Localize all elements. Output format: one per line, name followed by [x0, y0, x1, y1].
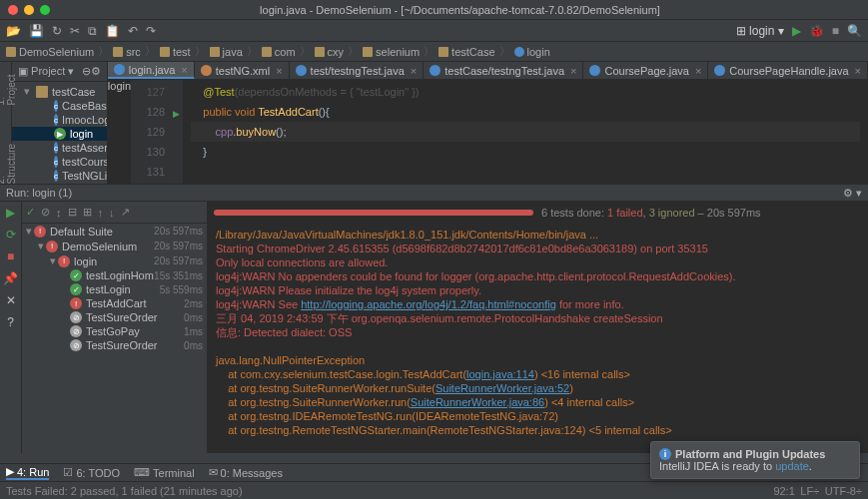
- editor-tabs: login.java×testNG.xml×test/testngTest.ja…: [108, 62, 868, 80]
- code-area[interactable]: login 127 128 129 130 131 ▶ @Test(depend…: [108, 80, 868, 184]
- test-tree-row[interactable]: ⊘TestSureOrder0ms: [22, 338, 207, 352]
- test-tree-row[interactable]: ✓testLogin5s 559ms: [22, 282, 207, 296]
- editor-tab[interactable]: CoursePage.java×: [583, 62, 708, 79]
- test-tree-row[interactable]: ▾!Default Suite20s 597ms: [22, 224, 207, 239]
- project-tab[interactable]: 1: Project: [0, 66, 17, 106]
- editor-tab[interactable]: test/testngTest.java×: [290, 62, 425, 79]
- bc-item[interactable]: login: [514, 46, 550, 58]
- close-window-button[interactable]: [8, 5, 18, 15]
- project-tree: ▾testCase cCaseBase cImoocLogin ▶login c…: [12, 82, 107, 184]
- show-passed-icon[interactable]: ✓: [26, 206, 35, 219]
- progress-bar: [214, 210, 533, 216]
- terminal-tool-button[interactable]: ⌨ Terminal: [134, 466, 195, 479]
- tree-class[interactable]: cCaseBase: [12, 99, 107, 113]
- tree-class[interactable]: ctestAssert: [12, 141, 107, 155]
- close-tab-icon[interactable]: ×: [181, 64, 187, 76]
- tree-class[interactable]: cTestNGListenerScr: [12, 169, 107, 183]
- main-toolbar: 📂 💾 ↻ ✂ ⧉ 📋 ↶ ↷ ⊞ login ▾ ▶ 🐞 ■ 🔍: [0, 20, 868, 42]
- prev-icon[interactable]: ↑: [98, 207, 104, 219]
- paste-icon[interactable]: 📋: [105, 24, 120, 38]
- tree-class[interactable]: ▶testngTest: [12, 183, 107, 184]
- run-icon[interactable]: ▶: [792, 24, 801, 38]
- notification-body: IntelliJ IDEA is ready to update.: [659, 460, 851, 472]
- bc-item[interactable]: test: [160, 46, 191, 58]
- test-tree-row[interactable]: ⊘TestGoPay1ms: [22, 324, 207, 338]
- test-tree-row[interactable]: ✓testLoginHom15s 351ms: [22, 268, 207, 282]
- redo-icon[interactable]: ↷: [146, 24, 156, 38]
- open-icon[interactable]: 📂: [6, 24, 21, 38]
- structure-tab[interactable]: 2: Structure: [0, 136, 17, 184]
- editor: login.java×testNG.xml×test/testngTest.ja…: [108, 62, 868, 184]
- close-tab-icon[interactable]: ×: [855, 65, 861, 77]
- run-side-toolbar: ▶ ⟳ ■ 📌 ✕ ?: [0, 202, 22, 453]
- console-output[interactable]: /Library/Java/JavaVirtualMachines/jdk1.8…: [208, 224, 868, 453]
- todo-tool-button[interactable]: ☑ 6: TODO: [63, 466, 120, 479]
- help-icon[interactable]: ?: [7, 315, 14, 329]
- refresh-icon[interactable]: ↻: [52, 24, 62, 38]
- stop-icon[interactable]: ■: [7, 250, 14, 263]
- gear-icon[interactable]: ⚙ ▾: [843, 187, 862, 200]
- breadcrumb: DemoSelenium〉 src〉 test〉 java〉 com〉 cxy〉…: [0, 42, 868, 62]
- close-tab-icon[interactable]: ×: [276, 65, 282, 77]
- next-icon[interactable]: ↓: [109, 207, 115, 219]
- export-icon[interactable]: ↗: [121, 206, 130, 219]
- minimize-window-button[interactable]: [24, 5, 34, 15]
- pin-icon[interactable]: 📌: [3, 271, 18, 285]
- messages-tool-button[interactable]: ✉ 0: Messages: [209, 466, 283, 479]
- test-tree-row[interactable]: !TestAddCart2ms: [22, 296, 207, 310]
- encoding[interactable]: UTF-8÷: [825, 485, 862, 497]
- run-gutter-icon[interactable]: ▶: [173, 104, 180, 124]
- editor-tab[interactable]: CoursePageHandle.java×: [708, 62, 868, 79]
- collapse-icon[interactable]: ⊞: [83, 206, 92, 219]
- test-tree-row[interactable]: ▾!DemoSelenium20s 597ms: [22, 239, 207, 253]
- editor-tab[interactable]: testCase/testngTest.java×: [424, 62, 583, 79]
- search-icon[interactable]: 🔍: [847, 24, 862, 38]
- show-ignored-icon[interactable]: ⊘: [41, 206, 50, 219]
- bc-item[interactable]: src: [113, 46, 141, 58]
- run-tool-button[interactable]: ▶ 4: Run: [6, 465, 49, 480]
- bc-item[interactable]: cxy: [315, 46, 345, 58]
- caret-position[interactable]: 92:1: [773, 485, 794, 497]
- close-icon[interactable]: ✕: [6, 293, 16, 307]
- run-config-selector[interactable]: ⊞ login ▾: [736, 24, 784, 38]
- bc-item[interactable]: DemoSelenium: [6, 46, 94, 58]
- expand-icon[interactable]: ⊟: [68, 206, 77, 219]
- test-tree-row[interactable]: ▾!login20s 597ms: [22, 253, 207, 268]
- update-link[interactable]: update: [775, 460, 809, 472]
- project-view-selector[interactable]: ▣ Project ▾: [18, 65, 74, 78]
- cut-icon[interactable]: ✂: [70, 24, 80, 38]
- stop-icon[interactable]: ■: [832, 24, 839, 38]
- editor-tab[interactable]: login.java×: [108, 62, 195, 79]
- close-tab-icon[interactable]: ×: [695, 65, 701, 77]
- debug-icon[interactable]: 🐞: [809, 24, 824, 38]
- line-separator[interactable]: LF÷: [800, 485, 819, 497]
- close-tab-icon[interactable]: ×: [570, 65, 576, 77]
- run-label: Run:: [6, 187, 29, 199]
- undo-icon[interactable]: ↶: [128, 24, 138, 38]
- run-config-name: login (1): [32, 187, 72, 199]
- project-tool-window: ▣ Project ▾ ⊖ ⚙ ▾testCase cCaseBase cImo…: [12, 62, 108, 184]
- code[interactable]: @Test(dependsOnMethods = { "testLogin" }…: [183, 80, 868, 184]
- rerun-failed-icon[interactable]: ⟳: [6, 228, 16, 242]
- context-breadcrumb: login: [108, 80, 131, 184]
- close-tab-icon[interactable]: ×: [411, 65, 417, 77]
- copy-icon[interactable]: ⧉: [88, 24, 97, 38]
- notification-balloon[interactable]: Platform and Plugin Updates IntelliJ IDE…: [650, 441, 860, 479]
- bc-item[interactable]: java: [210, 46, 243, 58]
- bc-item[interactable]: testCase: [438, 46, 494, 58]
- tree-class-selected[interactable]: ▶login: [12, 127, 107, 141]
- tree-class[interactable]: ctestCourseList: [12, 155, 107, 169]
- bc-item[interactable]: com: [262, 46, 296, 58]
- maximize-window-button[interactable]: [40, 5, 50, 15]
- tree-class[interactable]: cImoocLogin: [12, 113, 107, 127]
- collapse-icon[interactable]: ⊖: [82, 65, 91, 78]
- editor-tab[interactable]: testNG.xml×: [195, 62, 290, 79]
- rerun-icon[interactable]: ▶: [6, 206, 15, 220]
- gear-icon[interactable]: ⚙: [91, 65, 101, 78]
- titlebar: login.java - DemoSelenium - [~/Documents…: [0, 0, 868, 20]
- sort-icon[interactable]: ↕: [56, 207, 62, 219]
- tree-package[interactable]: ▾testCase: [12, 84, 107, 99]
- save-icon[interactable]: 💾: [29, 24, 44, 38]
- bc-item[interactable]: selenium: [363, 46, 420, 58]
- test-tree-row[interactable]: ⊘TestSureOrder0ms: [22, 310, 207, 324]
